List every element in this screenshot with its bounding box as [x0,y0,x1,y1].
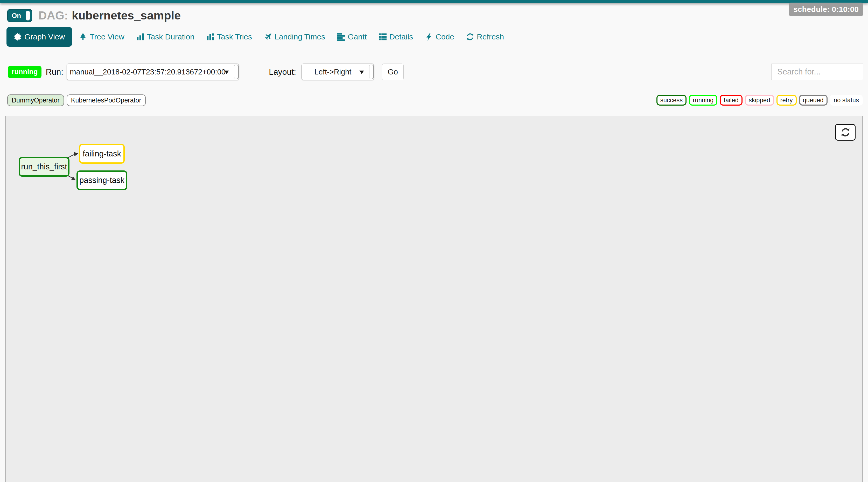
tab-refresh[interactable]: Refresh [460,27,510,47]
operator-legend-kubernetespodoperator: KubernetesPodOperator [67,94,146,106]
refresh-icon [841,128,850,137]
tab-gantt[interactable]: Gantt [331,27,373,47]
toggle-on-label: On [12,12,21,20]
task-node-failing-task[interactable]: failing-task [79,144,125,164]
view-tabs: Graph View Tree View Task Duration Task … [6,27,868,47]
tab-label: Graph View [24,32,65,41]
select-scroll-strip [369,65,373,79]
layout-label: Layout: [269,67,296,77]
tree-icon [79,33,87,41]
run-select-value: manual__2018-02-07T23:57:20.913672+00:00 [70,68,225,76]
tab-label: Code [436,32,454,41]
run-controls: running Run: manual__2018-02-07T23:57:20… [8,63,868,81]
tab-label: Task Tries [217,32,252,41]
search-input[interactable] [771,64,863,80]
status-legend: success running failed skipped retry que… [656,95,863,106]
run-label: Run: [45,67,63,77]
tab-details[interactable]: Details [373,27,419,47]
refresh-icon [466,33,474,41]
operator-legend: DummyOperator KubernetesPodOperator [7,94,146,106]
tab-label: Task Duration [147,32,194,41]
dag-edges [5,116,863,482]
page-title: DAG: kubernetes_sample [38,9,181,22]
toggle-knob[interactable] [26,11,30,21]
chevron-down-icon [359,70,364,74]
task-node-passing-task[interactable]: passing-task [76,171,127,190]
go-button[interactable]: Go [382,64,404,80]
tab-task-tries[interactable]: Task Tries [200,27,258,47]
dag-name: kubernetes_sample [72,9,181,22]
graph-canvas[interactable]: run_this_first failing-task passing-task [5,116,863,482]
tab-task-duration[interactable]: Task Duration [130,27,200,47]
tab-label: Gantt [348,32,367,41]
task-tries-icon [206,33,214,41]
edge-run-this-first-to-passing-task [67,175,75,180]
tab-label: Refresh [477,32,504,41]
dag-run-status-badge: running [8,66,41,78]
status-legend-no-status: no status [830,95,863,106]
layout-select-value: Left->Right [314,68,351,76]
graph-view-icon [14,33,22,41]
edge-run-this-first-to-failing-task [67,154,78,158]
tab-code[interactable]: Code [419,27,460,47]
tab-label: Tree View [90,32,124,41]
run-select[interactable]: manual__2018-02-07T23:57:20.913672+00:00 [67,64,239,80]
gantt-icon [337,33,345,41]
status-legend-success: success [656,95,687,106]
tab-tree-view[interactable]: Tree View [73,27,130,47]
layout-select[interactable]: Left->Right [302,64,374,80]
chevron-down-icon [224,70,229,74]
status-legend-failed: failed [720,95,742,106]
tab-graph-view[interactable]: Graph View [6,27,72,47]
status-legend-skipped: skipped [745,95,774,106]
plane-icon [264,33,272,41]
tab-label: Landing Times [275,32,325,41]
bolt-icon [425,33,433,41]
dag-header: On DAG: kubernetes_sample [7,8,868,23]
dag-title-prefix: DAG: [38,9,68,22]
graph-refresh-button[interactable] [835,124,856,141]
tab-landing-times[interactable]: Landing Times [258,27,331,47]
tab-label: Details [390,32,413,41]
status-legend-queued: queued [799,95,828,106]
legend-row: DummyOperator KubernetesPodOperator succ… [7,94,863,106]
details-icon [379,33,386,41]
schedule-badge: schedule: 0:10:00 [789,3,863,16]
status-legend-running: running [689,95,717,106]
task-node-run-this-first[interactable]: run_this_first [19,157,69,177]
status-legend-retry: retry [776,95,797,106]
bar-chart-icon [136,33,144,41]
dag-on-toggle[interactable]: On [7,9,32,22]
top-accent-bar [0,0,868,3]
operator-legend-dummyoperator: DummyOperator [7,94,64,106]
select-scroll-strip [234,65,238,79]
